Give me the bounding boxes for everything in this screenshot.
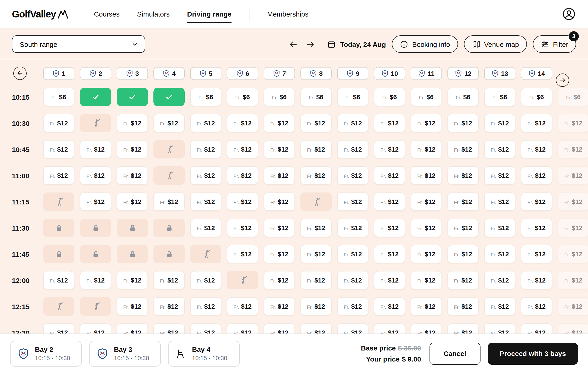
slot-available[interactable]: Fr.$12: [300, 219, 332, 237]
slot-available[interactable]: Fr.$12: [190, 219, 221, 237]
slot-available[interactable]: Fr.$12: [190, 271, 221, 290]
slot-available[interactable]: Fr.$12: [411, 140, 442, 158]
slot-available[interactable]: Fr.$12: [264, 245, 295, 263]
slot-available[interactable]: Fr.$12: [447, 192, 479, 211]
slot-available[interactable]: Fr.$12: [227, 192, 258, 211]
slot-available[interactable]: Fr.$12: [117, 271, 148, 290]
slot-available[interactable]: Fr.$6: [337, 88, 368, 106]
slot-available[interactable]: Fr.$12: [374, 297, 405, 316]
slot-available[interactable]: Fr.$12: [337, 166, 368, 185]
slot-selected[interactable]: [117, 88, 148, 106]
slot-available[interactable]: Fr.$12: [300, 166, 332, 185]
slot-available[interactable]: Fr.$12: [300, 271, 332, 290]
slot-available[interactable]: Fr.$12: [190, 297, 221, 316]
slot-available[interactable]: Fr.$12: [117, 166, 148, 185]
slot-available[interactable]: Fr.$12: [227, 297, 258, 316]
slot-available[interactable]: Fr.$12: [117, 140, 148, 158]
slot-available[interactable]: Fr.$12: [484, 219, 515, 237]
bay-header-8[interactable]: 8: [300, 67, 332, 80]
slot-available[interactable]: Fr.$12: [447, 166, 479, 185]
slot-available[interactable]: Fr.$12: [521, 166, 552, 185]
cancel-button[interactable]: Cancel: [429, 342, 480, 364]
nav-item-courses[interactable]: Courses: [94, 8, 120, 20]
slot-available[interactable]: Fr.$12: [337, 245, 368, 263]
slot-available[interactable]: Fr.$6: [227, 88, 258, 106]
slot-available[interactable]: Fr.$12: [521, 271, 552, 290]
bay-header-13[interactable]: 13: [484, 67, 515, 80]
slot-selected[interactable]: [153, 88, 185, 106]
account-button[interactable]: [562, 7, 576, 21]
scroll-bays-left-button[interactable]: [13, 67, 27, 80]
slot-available[interactable]: Fr.$12: [521, 192, 552, 211]
slot-available[interactable]: Fr.$12: [227, 245, 258, 263]
slot-available[interactable]: Fr.$12: [484, 114, 515, 132]
bay-header-11[interactable]: 11: [411, 67, 442, 80]
slot-available[interactable]: Fr.$12: [43, 140, 74, 158]
slot-available[interactable]: Fr.$12: [374, 219, 405, 237]
filter-button[interactable]: Filter 3: [533, 35, 576, 53]
slot-available[interactable]: Fr.$12: [117, 114, 148, 132]
slot-available[interactable]: Fr.$6: [43, 88, 74, 106]
slot-available[interactable]: Fr.$12: [447, 245, 479, 263]
slot-available[interactable]: Fr.$12: [300, 245, 332, 263]
slot-available[interactable]: Fr.$12: [337, 297, 368, 316]
slot-available[interactable]: Fr.$12: [80, 192, 111, 211]
proceed-button[interactable]: Proceed with 3 bays: [488, 342, 578, 364]
slot-available[interactable]: Fr.$12: [411, 114, 442, 132]
slot-available[interactable]: Fr.$12: [190, 192, 221, 211]
slot-available[interactable]: Fr.$12: [337, 219, 368, 237]
slot-available[interactable]: Fr.$12: [484, 245, 515, 263]
slot-selected[interactable]: [80, 88, 111, 106]
slot-available[interactable]: Fr.$12: [411, 245, 442, 263]
bay-header-4[interactable]: 4: [153, 67, 185, 80]
bay-header-10[interactable]: 10: [374, 67, 405, 80]
slot-available[interactable]: Fr.$6: [411, 88, 442, 106]
slot-available[interactable]: Fr.$12: [264, 192, 295, 211]
slot-available[interactable]: Fr.$12: [447, 271, 479, 290]
slot-available[interactable]: Fr.$12: [190, 114, 221, 132]
slot-available[interactable]: Fr.$12: [227, 219, 258, 237]
nav-item-memberships[interactable]: Memberships: [267, 8, 308, 20]
venue-map-button[interactable]: Venue map: [464, 35, 527, 53]
slot-available[interactable]: Fr.$12: [227, 166, 258, 185]
selection-chip-bay-4[interactable]: Bay 4 10:15 - 10:30: [168, 341, 240, 366]
slot-available[interactable]: Fr.$12: [264, 166, 295, 185]
slot-available[interactable]: Fr.$12: [227, 114, 258, 132]
slot-available[interactable]: Fr.$12: [447, 219, 479, 237]
slot-available[interactable]: Fr.$12: [43, 271, 74, 290]
slot-available[interactable]: Fr.$12: [447, 114, 479, 132]
slot-available[interactable]: Fr.$12: [117, 192, 148, 211]
bay-header-9[interactable]: 9: [337, 67, 368, 80]
slot-available[interactable]: Fr.$12: [264, 114, 295, 132]
slot-available[interactable]: Fr.$12: [374, 271, 405, 290]
bay-header-7[interactable]: 7: [264, 67, 295, 80]
bay-header-5[interactable]: 5: [190, 67, 221, 80]
slot-available[interactable]: Fr.$12: [190, 166, 221, 185]
slot-available[interactable]: Fr.$12: [80, 271, 111, 290]
slot-available[interactable]: Fr.$12: [153, 192, 185, 211]
slot-available[interactable]: Fr.$12: [117, 297, 148, 316]
slot-available[interactable]: Fr.$6: [190, 88, 221, 106]
slot-available[interactable]: Fr.$12: [521, 245, 552, 263]
bay-header-12[interactable]: 12: [447, 67, 479, 80]
slot-available[interactable]: Fr.$12: [190, 140, 221, 158]
slot-available[interactable]: Fr.$12: [337, 192, 368, 211]
slot-available[interactable]: Fr.$6: [521, 88, 552, 106]
scroll-bays-right-button[interactable]: [556, 73, 569, 87]
slot-available[interactable]: Fr.$12: [411, 219, 442, 237]
slot-available[interactable]: Fr.$12: [411, 192, 442, 211]
slot-available[interactable]: Fr.$12: [227, 140, 258, 158]
slot-available[interactable]: Fr.$12: [484, 140, 515, 158]
brand-logo[interactable]: GolfValley: [12, 9, 68, 20]
slot-available[interactable]: Fr.$12: [447, 140, 479, 158]
bay-header-1[interactable]: 1: [43, 67, 74, 80]
slot-available[interactable]: Fr.$12: [374, 192, 405, 211]
slot-available[interactable]: Fr.$12: [264, 271, 295, 290]
slot-available[interactable]: Fr.$12: [153, 114, 185, 132]
booking-info-button[interactable]: Booking info: [392, 35, 458, 53]
slot-available[interactable]: Fr.$12: [153, 271, 185, 290]
slot-available[interactable]: Fr.$12: [80, 140, 111, 158]
slot-available[interactable]: Fr.$6: [300, 88, 332, 106]
slot-available[interactable]: Fr.$12: [521, 114, 552, 132]
slot-available[interactable]: Fr.$12: [374, 140, 405, 158]
